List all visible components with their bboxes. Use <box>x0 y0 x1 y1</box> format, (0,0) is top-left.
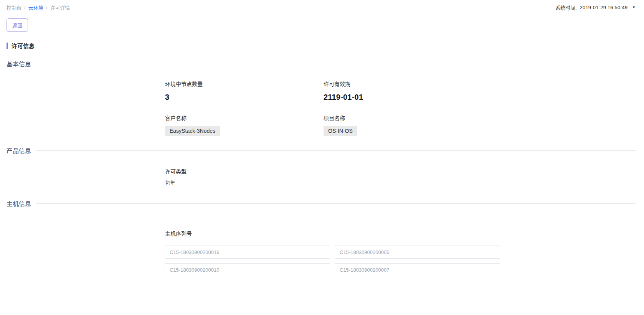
field-project-name: 项目名称 OS-IN-OS <box>324 114 644 136</box>
breadcrumb-separator: / <box>46 5 48 10</box>
field-value-license-validity: 2119-01-01 <box>324 93 644 102</box>
system-time-label: 系统时间: <box>555 4 577 11</box>
field-node-count: 环境中节点数量 3 <box>165 80 324 102</box>
field-license-type: 许可类型 包年 <box>165 167 644 186</box>
breadcrumb-item-console[interactable]: 控制台 <box>7 4 21 11</box>
serial-number-grid <box>165 246 644 276</box>
caret-down-icon[interactable]: ▼ <box>632 5 636 9</box>
section-header-basic-info: 基本信息 <box>7 59 636 68</box>
section-title-product-info: 产品信息 <box>7 146 31 155</box>
breadcrumb-item-cloud-env[interactable]: 云环境 <box>28 4 43 11</box>
serial-number-input-1[interactable] <box>165 246 330 259</box>
section-header-product-info: 产品信息 <box>7 146 636 155</box>
field-label-project-name: 项目名称 <box>324 114 644 122</box>
page-title: 许可信息 <box>7 43 644 49</box>
serial-number-label: 主机序列号 <box>165 229 644 237</box>
section-divider <box>36 150 636 151</box>
back-button[interactable]: 返回 <box>7 18 28 32</box>
field-customer-name: 客户名称 EasyStack-3Nodes <box>165 114 324 136</box>
basic-info-row-2: 客户名称 EasyStack-3Nodes 项目名称 OS-IN-OS <box>165 114 644 136</box>
field-license-validity: 许可有效期 2119-01-01 <box>324 80 644 102</box>
breadcrumb-separator: / <box>24 5 26 10</box>
customer-name-tag: EasyStack-3Nodes <box>165 126 220 136</box>
basic-info-row-1: 环境中节点数量 3 许可有效期 2119-01-01 <box>165 80 644 102</box>
field-label-node-count: 环境中节点数量 <box>165 80 324 87</box>
serial-number-input-2[interactable] <box>335 246 500 259</box>
field-label-license-validity: 许可有效期 <box>324 80 644 87</box>
section-divider <box>36 64 636 64</box>
field-label-license-type: 许可类型 <box>165 167 644 175</box>
field-value-license-type: 包年 <box>165 179 644 186</box>
breadcrumb: 控制台 / 云环境 / 许可详情 <box>7 4 70 11</box>
project-name-tag: OS-IN-OS <box>324 126 357 136</box>
breadcrumb-item-license-detail: 许可详情 <box>50 4 70 11</box>
serial-number-input-3[interactable] <box>165 263 330 276</box>
serial-number-input-4[interactable] <box>335 263 500 276</box>
field-label-customer-name: 客户名称 <box>165 114 324 122</box>
field-value-node-count: 3 <box>165 93 324 102</box>
topbar: 控制台 / 云环境 / 许可详情 系统时间: 2019-01-29 16:50:… <box>0 0 644 11</box>
section-title-host-info: 主机信息 <box>7 199 31 208</box>
section-title-basic-info: 基本信息 <box>7 59 31 68</box>
system-time-value: 2019-01-29 16:50:49 <box>580 5 628 10</box>
section-header-host-info: 主机信息 <box>7 199 636 208</box>
system-time[interactable]: 系统时间: 2019-01-29 16:50:49 ▼ <box>555 4 636 11</box>
section-divider <box>36 203 636 204</box>
